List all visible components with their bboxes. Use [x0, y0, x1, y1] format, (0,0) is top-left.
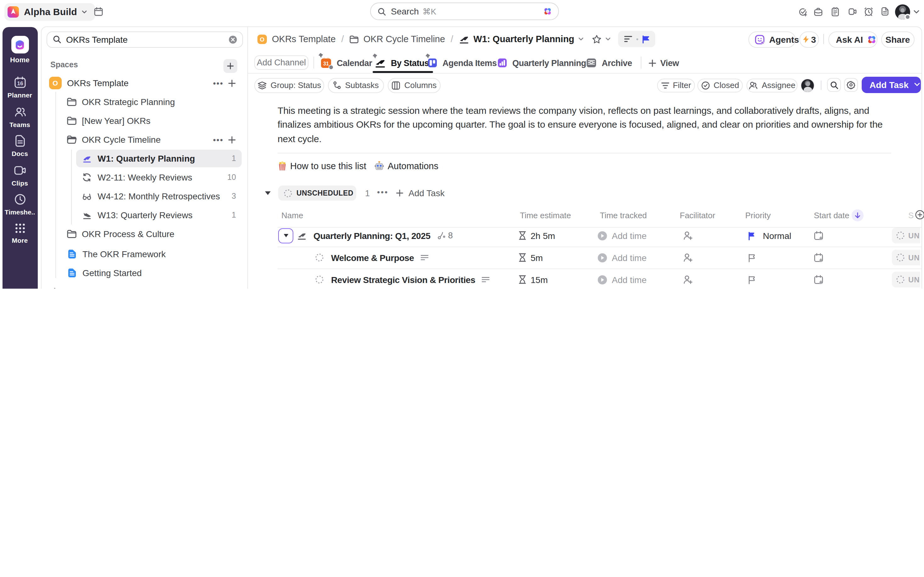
svg-text:16: 16 [17, 80, 23, 87]
svg-text:31: 31 [323, 61, 329, 66]
